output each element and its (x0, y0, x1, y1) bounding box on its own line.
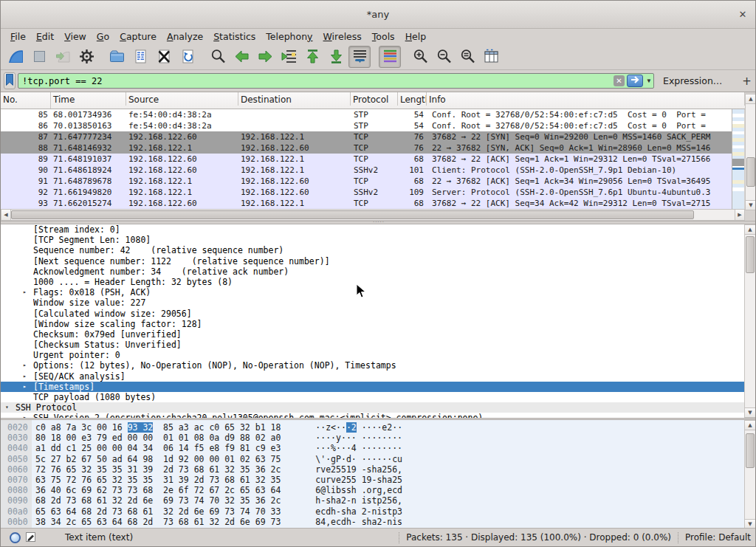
menu-analyze[interactable]: Analyze (162, 30, 208, 43)
go-back-button[interactable] (230, 46, 252, 68)
detail-row[interactable]: 1000 .... = Header Length: 32 bytes (8) (1, 277, 744, 287)
filter-bookmark-button[interactable] (4, 72, 16, 89)
detail-row[interactable]: Checksum: 0x79ed [unverified] (1, 329, 744, 340)
packet-row[interactable]: 9371.662015274192.168.122.60192.168.122.… (1, 198, 732, 209)
detail-row[interactable]: ▸SSH Version 2 (encryption:chacha20-poly… (1, 413, 744, 418)
detail-row[interactable]: [Stream index: 0] (1, 224, 744, 235)
detail-row[interactable]: Urgent pointer: 0 (1, 350, 744, 360)
packet-row[interactable]: 9271.661949820192.168.122.1192.168.122.6… (1, 187, 732, 198)
open-file-button[interactable] (106, 46, 128, 68)
zoom-in-button[interactable] (409, 46, 431, 68)
detail-row[interactable]: ▸[SEQ/ACK analysis] (1, 371, 744, 382)
reload-file-button[interactable] (176, 46, 199, 68)
save-file-button[interactable] (129, 46, 151, 68)
column-header-length[interactable]: Length (398, 92, 427, 106)
close-file-button[interactable] (153, 46, 175, 68)
scrollbar-thumb[interactable] (746, 157, 755, 187)
menu-view[interactable]: View (59, 30, 92, 43)
detail-row[interactable]: ▾SSH Protocol (1, 402, 744, 413)
packet-list-vscrollbar[interactable]: ▲ ▼ (745, 94, 756, 210)
detail-row[interactable]: [Next sequence number: 1122 (relative se… (1, 256, 744, 266)
scroll-right-icon[interactable]: ▶ (735, 210, 744, 220)
menu-capture[interactable]: Capture (114, 30, 162, 43)
go-to-packet-button[interactable] (278, 46, 300, 68)
hex-row[interactable]: 00505c 27 b2 67 50 ad 64 98 1d 92 00 00 … (1, 454, 744, 464)
resize-columns-button[interactable] (480, 46, 502, 68)
scroll-up-icon[interactable]: ▲ (746, 94, 756, 104)
display-filter-input[interactable]: !tcp.port == 22 ✕ ▼ (18, 73, 654, 89)
expander-icon[interactable]: ▾ (5, 402, 16, 413)
restart-capture-button[interactable] (52, 46, 74, 68)
detail-row[interactable]: Acknowledgment number: 34 (relative ack … (1, 266, 744, 277)
filter-add-button[interactable]: + (738, 75, 756, 88)
column-header-no[interactable]: No. (1, 92, 51, 106)
menu-telephony[interactable]: Telephony (261, 30, 317, 43)
hscrollbar-thumb[interactable] (11, 210, 694, 219)
intelligent-scrollbar-minimap[interactable] (732, 109, 744, 209)
detail-row[interactable]: [Calculated window size: 29056] (1, 309, 744, 319)
stop-capture-button[interactable] (28, 46, 50, 68)
packet-row[interactable]: 8771.647777234192.168.122.60192.168.122.… (1, 131, 732, 142)
profile-label[interactable]: Profile: Default (685, 532, 751, 543)
zoom-reset-button[interactable] (456, 46, 478, 68)
go-last-button[interactable] (325, 46, 347, 68)
find-packet-button[interactable] (207, 46, 229, 68)
expander-icon[interactable]: ▸ (23, 413, 33, 418)
expert-info-icon[interactable] (10, 532, 21, 543)
detail-row[interactable]: Window size value: 227 (1, 297, 744, 308)
hex-row[interactable]: 0040a1 dd c1 25 00 00 04 34 06 14 f5 e8 … (1, 443, 744, 453)
packet-row[interactable]: 8568.001734936fe:54:00:d4:38:2aSTP54Conf… (1, 109, 732, 120)
detail-row[interactable]: Sequence number: 42 (relative sequence n… (1, 245, 744, 255)
capture-comment-icon[interactable] (25, 531, 37, 545)
filter-clear-button[interactable]: ✕ (614, 75, 625, 86)
capture-options-button[interactable] (75, 46, 97, 68)
detail-row[interactable]: [Window size scaling factor: 128] (1, 319, 744, 329)
packet-row[interactable]: 8670.013850163fe:54:00:d4:38:2aSTP54Conf… (1, 120, 732, 131)
details-vscrollbar[interactable]: ▲ ▼ (744, 224, 756, 418)
menu-tools[interactable]: Tools (367, 30, 400, 43)
column-header-time[interactable]: Time (51, 92, 126, 106)
hex-row[interactable]: 007063 75 72 76 65 32 35 35 31 39 2d 73 … (1, 475, 744, 485)
packet-row[interactable]: 8971.648191037192.168.122.60192.168.122.… (1, 154, 732, 165)
detail-row[interactable]: ▸Flags: 0x018 (PSH, ACK) (1, 287, 744, 297)
filter-apply-button[interactable] (627, 75, 643, 87)
expander-icon[interactable]: ▸ (23, 360, 33, 371)
hex-row[interactable]: 003080 18 00 e3 79 ed 00 00 01 01 08 0a … (1, 433, 744, 443)
column-header-info[interactable]: Info (427, 92, 745, 106)
packet-row[interactable]: 9071.648618924192.168.122.60192.168.122.… (1, 165, 732, 176)
packet-list-hscrollbar[interactable]: ◀ ▶ (1, 209, 745, 221)
go-forward-button[interactable] (254, 46, 276, 68)
menu-help[interactable]: Help (400, 30, 432, 43)
packet-row[interactable]: 9171.648789678192.168.122.1192.168.122.6… (1, 176, 732, 187)
column-header-destination[interactable]: Destination (238, 92, 351, 106)
scroll-down-icon[interactable]: ▼ (745, 407, 755, 417)
menu-wireless[interactable]: Wireless (318, 30, 367, 43)
detail-row[interactable]: ▸[Timestamps] (1, 382, 744, 392)
menu-statistics[interactable]: Statistics (208, 30, 261, 43)
hex-row[interactable]: 009068 2d 73 68 61 32 2d 6e 69 73 74 70 … (1, 495, 744, 506)
expression-button[interactable]: Expression… (663, 75, 722, 86)
scrollbar-thumb[interactable] (746, 236, 755, 273)
detail-row[interactable]: TCP payload (1080 bytes) (1, 392, 744, 402)
colorize-button[interactable] (379, 46, 401, 68)
expander-icon[interactable]: ▸ (23, 287, 33, 297)
detail-row[interactable]: [Checksum Status: Unverified] (1, 340, 744, 350)
filter-history-dropdown[interactable]: ▼ (645, 75, 653, 87)
bytes-vscrollbar[interactable]: ▲ ▼ (744, 420, 756, 529)
scrollbar-thumb[interactable] (746, 433, 755, 468)
go-first-button[interactable] (301, 46, 323, 68)
scroll-down-icon[interactable]: ▼ (746, 200, 756, 210)
hex-row[interactable]: 006072 76 65 32 35 35 31 39 2d 73 68 61 … (1, 464, 744, 475)
close-window-button[interactable]: ✕ (736, 8, 749, 21)
hex-row[interactable]: 00a065 63 64 68 2d 73 68 61 32 2d 6e 69 … (1, 506, 744, 517)
expander-icon[interactable]: ▸ (23, 371, 33, 382)
menu-file[interactable]: File (5, 30, 31, 43)
zoom-out-button[interactable] (433, 46, 455, 68)
expander-icon[interactable]: ▸ (23, 382, 33, 392)
start-capture-button[interactable] (4, 46, 27, 68)
menu-go[interactable]: Go (92, 30, 114, 43)
packet-row[interactable]: 8871.648146932192.168.122.1192.168.122.6… (1, 142, 732, 154)
auto-scroll-button[interactable] (348, 46, 371, 68)
detail-row[interactable]: [TCP Segment Len: 1080] (1, 235, 744, 245)
scroll-left-icon[interactable]: ◀ (1, 210, 11, 220)
